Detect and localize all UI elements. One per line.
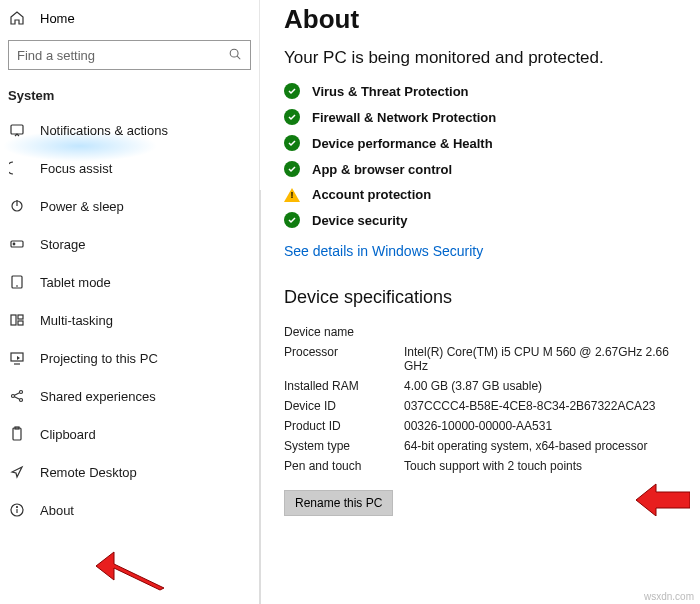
- spec-value: Intel(R) Core(TM) i5 CPU M 560 @ 2.67GHz…: [404, 345, 680, 373]
- status-row: Device performance & Health: [284, 135, 680, 151]
- sidebar-item-power[interactable]: Power & sleep: [0, 187, 259, 225]
- project-icon: [8, 350, 26, 366]
- svg-point-13: [12, 395, 15, 398]
- sidebar-item-storage[interactable]: Storage: [0, 225, 259, 263]
- status-label: Account protection: [312, 187, 431, 202]
- storage-icon: [8, 236, 26, 252]
- status-heading: Your PC is being monitored and protected…: [284, 47, 680, 69]
- check-icon: [284, 109, 300, 125]
- remote-icon: [8, 464, 26, 480]
- spec-row: Product ID00326-10000-00000-AA531: [284, 416, 680, 436]
- main-content: About Your PC is being monitored and pro…: [260, 0, 700, 604]
- sidebar-item-projecting[interactable]: Projecting to this PC: [0, 339, 259, 377]
- security-link[interactable]: See details in Windows Security: [284, 243, 483, 259]
- spec-value: 64-bit operating system, x64-based proce…: [404, 439, 680, 453]
- sidebar-section-title: System: [0, 74, 259, 111]
- notifications-icon: [8, 122, 26, 138]
- spec-label: Processor: [284, 345, 404, 373]
- spec-label: System type: [284, 439, 404, 453]
- check-icon: [284, 161, 300, 177]
- spec-label: Product ID: [284, 419, 404, 433]
- nav-label: Clipboard: [40, 427, 96, 442]
- power-icon: [8, 198, 26, 214]
- svg-point-6: [13, 243, 15, 245]
- svg-point-14: [20, 391, 23, 394]
- spec-label: Installed RAM: [284, 379, 404, 393]
- status-row: Account protection: [284, 187, 680, 202]
- status-row: Virus & Threat Protection: [284, 83, 680, 99]
- sidebar-item-notifications[interactable]: Notifications & actions: [0, 111, 259, 149]
- home-icon: [8, 10, 26, 26]
- nav-label: Shared experiences: [40, 389, 156, 404]
- multitask-icon: [8, 312, 26, 328]
- search-box[interactable]: [8, 40, 251, 70]
- svg-rect-2: [11, 125, 23, 134]
- nav-label: About: [40, 503, 74, 518]
- spec-table: Device name ProcessorIntel(R) Core(TM) i…: [284, 322, 680, 476]
- spec-row: Device ID037CCCC4-B58E-4CE8-8C34-2B67322…: [284, 396, 680, 416]
- about-icon: [8, 502, 26, 518]
- sidebar-item-tablet[interactable]: Tablet mode: [0, 263, 259, 301]
- svg-line-17: [15, 397, 20, 399]
- svg-rect-9: [11, 315, 16, 325]
- sidebar-item-multitasking[interactable]: Multi-tasking: [0, 301, 259, 339]
- page-title: About: [284, 4, 680, 35]
- search-input[interactable]: [17, 48, 228, 63]
- spec-heading: Device specifications: [284, 287, 680, 308]
- spec-label: Pen and touch: [284, 459, 404, 473]
- svg-line-16: [15, 393, 20, 395]
- spec-row: Device name: [284, 322, 680, 342]
- rename-button[interactable]: Rename this PC: [284, 490, 393, 516]
- nav-label: Remote Desktop: [40, 465, 137, 480]
- check-icon: [284, 135, 300, 151]
- svg-line-1: [237, 56, 240, 59]
- spec-value: 4.00 GB (3.87 GB usable): [404, 379, 680, 393]
- svg-rect-10: [18, 315, 23, 319]
- nav-label: Projecting to this PC: [40, 351, 158, 366]
- svg-rect-18: [13, 428, 21, 440]
- sidebar-item-about[interactable]: About: [0, 491, 259, 529]
- spec-row: Installed RAM4.00 GB (3.87 GB usable): [284, 376, 680, 396]
- status-label: Virus & Threat Protection: [312, 84, 469, 99]
- nav-label: Notifications & actions: [40, 123, 168, 138]
- nav-label: Storage: [40, 237, 86, 252]
- nav-label: Tablet mode: [40, 275, 111, 290]
- svg-point-0: [230, 49, 238, 57]
- status-list: Virus & Threat Protection Firewall & Net…: [284, 83, 680, 228]
- check-icon: [284, 83, 300, 99]
- clipboard-icon: [8, 426, 26, 442]
- check-icon: [284, 212, 300, 228]
- nav-label: Multi-tasking: [40, 313, 113, 328]
- nav-label: Focus assist: [40, 161, 112, 176]
- sidebar-item-focus[interactable]: Focus assist: [0, 149, 259, 187]
- sidebar-item-remote[interactable]: Remote Desktop: [0, 453, 259, 491]
- status-label: Device security: [312, 213, 407, 228]
- shared-icon: [8, 388, 26, 404]
- sidebar-item-clipboard[interactable]: Clipboard: [0, 415, 259, 453]
- sidebar-home[interactable]: Home: [0, 4, 259, 32]
- sidebar-item-shared[interactable]: Shared experiences: [0, 377, 259, 415]
- svg-point-15: [20, 399, 23, 402]
- nav-label: Power & sleep: [40, 199, 124, 214]
- status-row: Firewall & Network Protection: [284, 109, 680, 125]
- sidebar-home-label: Home: [40, 11, 75, 26]
- watermark: wsxdn.com: [644, 591, 694, 602]
- focus-icon: [8, 160, 26, 176]
- status-row: Device security: [284, 212, 680, 228]
- status-label: Firewall & Network Protection: [312, 110, 496, 125]
- spec-row: System type64-bit operating system, x64-…: [284, 436, 680, 456]
- svg-point-22: [17, 507, 18, 508]
- spec-value: [404, 325, 680, 339]
- status-label: Device performance & Health: [312, 136, 493, 151]
- tablet-icon: [8, 274, 26, 290]
- sidebar: Home System Notifications & actions Focu…: [0, 0, 260, 604]
- spec-value: 037CCCC4-B58E-4CE8-8C34-2B67322ACA23: [404, 399, 680, 413]
- spec-label: Device ID: [284, 399, 404, 413]
- spec-label: Device name: [284, 325, 404, 339]
- spec-row: Pen and touchTouch support with 2 touch …: [284, 456, 680, 476]
- status-label: App & browser control: [312, 162, 452, 177]
- spec-value: Touch support with 2 touch points: [404, 459, 680, 473]
- svg-rect-11: [18, 321, 23, 325]
- search-icon: [228, 47, 242, 64]
- spec-value: 00326-10000-00000-AA531: [404, 419, 680, 433]
